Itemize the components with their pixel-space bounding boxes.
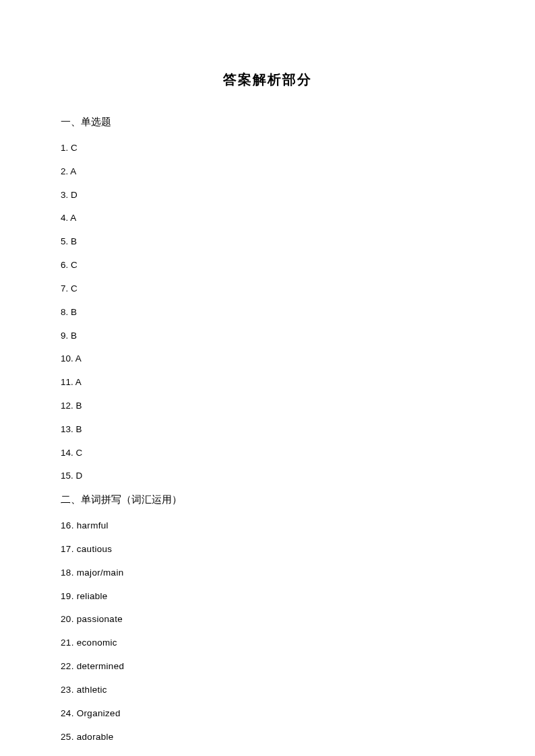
answer-text: B: [71, 331, 77, 341]
section-heading-1: 一、单选题: [61, 116, 474, 129]
answer-text: C: [76, 448, 83, 458]
answer-item: 21. economic: [61, 637, 474, 649]
answer-text: Organized: [77, 708, 121, 718]
answer-num: 4: [61, 213, 66, 223]
answer-item: 25. adorable: [61, 731, 474, 743]
answer-text: athletic: [77, 685, 107, 695]
answer-text: B: [71, 236, 77, 246]
answer-text: B: [71, 307, 77, 317]
answer-num: 13: [61, 424, 71, 434]
answer-num: 1: [61, 143, 66, 153]
answer-item: 2. A: [61, 166, 474, 178]
answer-item: 24. Organized: [61, 708, 474, 720]
answer-item: 1. C: [61, 142, 474, 154]
section-1: 一、单选题 1. C 2. A 3. D 4. A 5. B 6. C 7. C…: [61, 116, 474, 483]
answer-text: harmful: [77, 520, 108, 530]
answer-text: A: [70, 166, 76, 176]
answer-num: 21: [61, 638, 71, 648]
answer-num: 10: [61, 353, 71, 364]
answer-text: B: [76, 424, 82, 434]
answer-text: C: [71, 283, 77, 294]
answer-num: 7: [61, 283, 66, 294]
answer-num: 22: [61, 661, 71, 671]
answer-num: 5: [61, 236, 66, 246]
answer-item: 17. cautious: [61, 543, 474, 555]
answer-num: 9: [61, 331, 66, 341]
answer-item: 12. B: [61, 400, 474, 412]
answer-item: 22. determined: [61, 660, 474, 673]
answer-text: D: [71, 190, 77, 200]
answer-num: 11: [61, 377, 71, 387]
answer-text: major/main: [77, 568, 124, 578]
answer-num: 2: [61, 166, 66, 176]
answer-num: 24: [61, 708, 71, 718]
answer-text: C: [71, 143, 77, 153]
answer-text: C: [71, 260, 77, 270]
section-heading-2: 二、单词拼写（词汇运用）: [61, 493, 474, 506]
answer-text: D: [76, 471, 83, 481]
answer-text: A: [75, 377, 82, 387]
answer-num: 17: [61, 544, 71, 554]
answer-item: 19. reliable: [61, 590, 474, 603]
answer-num: 20: [61, 614, 71, 624]
answer-num: 18: [61, 568, 71, 578]
answer-num: 16: [61, 520, 71, 530]
answer-item: 18. major/main: [61, 567, 474, 579]
answer-item: 6. C: [61, 259, 474, 271]
page-title: 答案解析部分: [61, 71, 474, 89]
answer-text: B: [76, 401, 82, 411]
answer-text: determined: [77, 661, 125, 671]
answer-text: cautious: [77, 544, 113, 554]
answer-item: 11. A: [61, 376, 474, 388]
answer-num: 3: [61, 190, 66, 200]
answer-text: A: [75, 353, 82, 364]
answer-num: 14: [61, 448, 71, 458]
answer-text: passionate: [77, 614, 123, 624]
answer-item: 9. B: [61, 330, 474, 342]
answer-item: 4. A: [61, 212, 474, 224]
answer-text: reliable: [77, 591, 108, 601]
answer-item: 3. D: [61, 189, 474, 201]
answer-num: 23: [61, 685, 71, 695]
answer-item: 23. athletic: [61, 684, 474, 696]
answer-item: 13. B: [61, 423, 474, 436]
answer-item: 14. C: [61, 447, 474, 459]
answer-text: economic: [77, 638, 117, 648]
answer-item: 20. passionate: [61, 613, 474, 625]
answer-num: 15: [61, 471, 71, 481]
answer-num: 19: [61, 591, 71, 601]
answer-num: 8: [61, 307, 66, 317]
answer-text: adorable: [77, 732, 114, 742]
answer-item: 7. C: [61, 283, 474, 295]
section-2: 二、单词拼写（词汇运用） 16. harmful 17. cautious 18…: [61, 493, 474, 743]
answer-item: 10. A: [61, 353, 474, 365]
answer-num: 6: [61, 260, 66, 270]
answer-item: 8. B: [61, 306, 474, 318]
answer-item: 5. B: [61, 236, 474, 248]
answer-item: 15. D: [61, 470, 474, 482]
answer-num: 12: [61, 401, 71, 411]
answer-item: 16. harmful: [61, 520, 474, 532]
answer-num: 25: [61, 732, 71, 742]
answer-text: A: [70, 213, 76, 223]
